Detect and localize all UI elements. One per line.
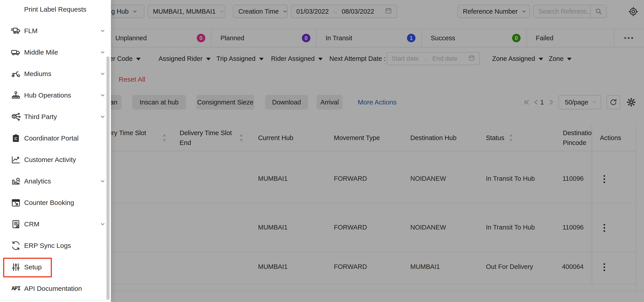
navigation-drawer: Print Label Requests FLM Middle Mile [0,0,111,302]
hierarchy-gear-icon [11,90,21,100]
sidebar-item-label: Middle Mile [24,48,58,56]
sync-icon [11,240,21,251]
sidebar-item-coordinator-portal[interactable]: C Coordinator Portal [0,128,111,149]
svg-text:C: C [14,136,17,141]
chevron-down-icon [100,42,106,63]
sidebar-item-label: API Documentation [24,285,82,292]
chevron-down-icon [100,170,106,192]
sidebar-item-counter-booking[interactable]: Counter Booking [0,192,111,214]
chevron-down-icon [100,20,106,42]
sidebar-item-label: Third Party [24,113,57,120]
sidebar-item-label: CRM [24,220,39,228]
sidebar-item-label: Coordinator Portal [24,134,78,142]
sidebar-item-hub-operations[interactable]: Hub Operations [0,84,111,106]
clipboard-c-icon: C [11,133,21,144]
chevron-down-icon [100,63,106,84]
scooter-icon [11,69,21,79]
sidebar-item-label: ERP Sync Logs [24,242,71,250]
sidebar-menu: Print Label Requests FLM Middle Mile [0,0,111,299]
api-text-icon: API [11,284,21,294]
sidebar-item-label: Analytics [24,178,51,185]
sidebar-item-customer-activity[interactable]: Customer Activity [0,149,111,170]
sidebar-item-label: FLM [24,27,38,35]
sidebar-item-print-label-requests[interactable]: Print Label Requests [0,0,111,20]
sidebar-scrollbar[interactable] [106,56,110,300]
sidebar-bottom-divider [0,300,111,300]
truck-icon [11,47,21,58]
blank-icon [11,4,21,14]
bar-chart-search-icon [11,176,21,186]
app-root: Booking Hub MUMBAI1, MUMBAI1 Creation Ti… [0,0,644,302]
sidebar-item-label: Counter Booking [24,199,74,206]
box-network-icon [11,112,21,122]
sidebar-item-middle-mile[interactable]: Middle Mile [0,42,111,63]
chevron-down-icon [100,106,106,128]
sidebar-item-label: Customer Activity [24,156,76,164]
sidebar-item-api-documentation[interactable]: API API Documentation [0,278,111,299]
sidebar-item-mediums[interactable]: Mediums [0,63,111,84]
truck-fast-icon [11,26,21,36]
sidebar-item-label: Print Label Requests [24,6,86,13]
sidebar-item-erp-sync-logs[interactable]: ERP Sync Logs [0,235,111,256]
chevron-down-icon [100,214,106,235]
setup-highlight-box [3,258,52,278]
sidebar-item-flm[interactable]: FLM [0,20,111,42]
document-person-icon [11,219,21,229]
sidebar-item-crm[interactable]: CRM [0,214,111,235]
sidebar-item-analytics[interactable]: Analytics [0,170,111,192]
sidebar-item-label: Hub Operations [24,92,71,99]
sidebar-item-label: Mediums [24,70,52,78]
chevron-down-icon [100,84,106,106]
line-chart-icon [11,154,21,165]
sidebar-item-third-party[interactable]: Third Party [0,106,111,128]
calendar-arrow-icon [11,198,21,208]
